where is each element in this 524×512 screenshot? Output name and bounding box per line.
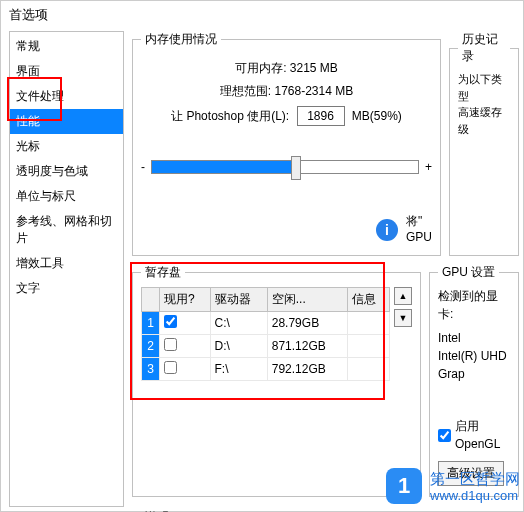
info-icon: i <box>376 219 398 241</box>
available-mem-label: 可用内存: <box>235 60 286 77</box>
watermark-icon: 1 <box>386 468 422 504</box>
sidebar-item-filehandling[interactable]: 文件处理 <box>10 84 123 109</box>
slider-plus: + <box>425 160 432 174</box>
history-line2: 高速缓存级 <box>458 104 510 137</box>
watermark: 1 第一区哲学网 www.d1qu.com <box>386 468 520 504</box>
content-area: 内存使用情况 可用内存: 3215 MB 理想范围: 1768-2314 MB … <box>128 29 523 511</box>
scratch-active-checkbox[interactable] <box>164 315 177 328</box>
col-active[interactable]: 现用? <box>160 288 211 312</box>
slider-minus: - <box>141 160 145 174</box>
sidebar-item-plugins[interactable]: 增效工具 <box>10 251 123 276</box>
memory-slider[interactable] <box>151 160 419 174</box>
table-row[interactable]: 3 F:\ 792.12GB <box>142 358 390 381</box>
gpu-settings-group: GPU 设置 检测到的显卡: Intel Intel(R) UHD Grap 启… <box>429 264 519 497</box>
scratch-disks-table: 现用? 驱动器 空闲... 信息 1 C:\ <box>141 287 390 381</box>
watermark-url: www.d1qu.com <box>430 488 520 503</box>
sidebar-item-transparency[interactable]: 透明度与色域 <box>10 159 123 184</box>
sidebar-item-performance[interactable]: 性能 <box>10 109 123 134</box>
move-up-button[interactable]: ▲ <box>394 287 412 305</box>
let-ps-use-label: 让 Photoshop 使用(L): <box>171 108 289 125</box>
detected-gpu-label: 检测到的显卡: <box>438 287 510 323</box>
ideal-range-label: 理想范围: <box>220 83 271 100</box>
gpu-card-1: Intel <box>438 329 510 347</box>
history-group: 历史记录 为以下类型 高速缓存级 <box>449 31 519 256</box>
move-down-button[interactable]: ▼ <box>394 309 412 327</box>
sidebar-item-type[interactable]: 文字 <box>10 276 123 301</box>
scratch-disks-group: 暂存盘 现用? 驱动器 空闲... 信息 <box>132 264 421 497</box>
info-text: 将" GPU <box>406 214 432 245</box>
history-line1: 为以下类型 <box>458 71 510 104</box>
memory-unit: MB(59%) <box>352 109 402 123</box>
table-row[interactable]: 2 D:\ 871.12GB <box>142 335 390 358</box>
memory-legend: 内存使用情况 <box>141 31 221 48</box>
available-mem-value: 3215 MB <box>290 61 338 75</box>
history-legend: 历史记录 <box>458 31 510 65</box>
memory-usage-group: 内存使用情况 可用内存: 3215 MB 理想范围: 1768-2314 MB … <box>132 31 441 256</box>
watermark-text: 第一区哲学网 <box>430 470 520 488</box>
col-free[interactable]: 空闲... <box>267 288 347 312</box>
enable-opengl-checkbox[interactable] <box>438 429 451 442</box>
slider-thumb[interactable] <box>291 156 301 180</box>
col-drive[interactable]: 驱动器 <box>210 288 267 312</box>
category-sidebar: 常规 界面 文件处理 性能 光标 透明度与色域 单位与标尺 参考线、网格和切片 … <box>9 31 124 507</box>
gpu-card-2: Intel(R) UHD Grap <box>438 347 510 383</box>
table-row[interactable]: 1 C:\ 28.79GB <box>142 312 390 335</box>
scratch-legend: 暂存盘 <box>141 264 185 281</box>
enable-opengl-label: 启用 OpenGL <box>455 417 510 453</box>
sidebar-item-general[interactable]: 常规 <box>10 34 123 59</box>
memory-input[interactable] <box>297 106 345 126</box>
gpu-legend: GPU 设置 <box>438 264 499 281</box>
col-info[interactable]: 信息 <box>347 288 389 312</box>
preferences-window: 首选项 常规 界面 文件处理 性能 光标 透明度与色域 单位与标尺 参考线、网格… <box>0 0 524 512</box>
scratch-active-checkbox[interactable] <box>164 361 177 374</box>
main-area: 常规 界面 文件处理 性能 光标 透明度与色域 单位与标尺 参考线、网格和切片 … <box>1 29 523 511</box>
window-title: 首选项 <box>1 1 523 29</box>
sidebar-item-cursors[interactable]: 光标 <box>10 134 123 159</box>
sidebar-item-units[interactable]: 单位与标尺 <box>10 184 123 209</box>
sidebar-item-guides[interactable]: 参考线、网格和切片 <box>10 209 123 251</box>
scratch-active-checkbox[interactable] <box>164 338 177 351</box>
ideal-range-value: 1768-2314 MB <box>274 84 353 98</box>
slider-fill <box>152 161 296 173</box>
reorder-buttons: ▲ ▼ <box>394 287 412 327</box>
sidebar-item-interface[interactable]: 界面 <box>10 59 123 84</box>
